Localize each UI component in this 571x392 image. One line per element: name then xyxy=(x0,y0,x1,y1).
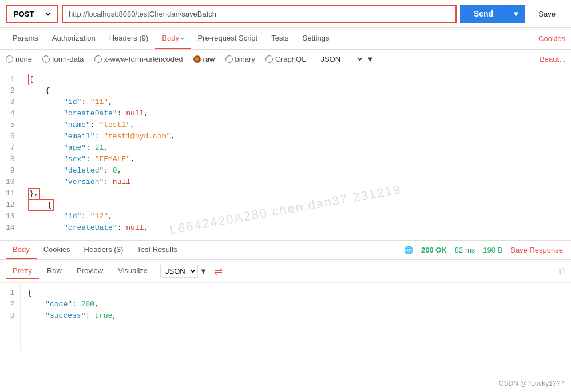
fmt-tab-visualize[interactable]: Visualize xyxy=(111,263,154,279)
body-type-binary[interactable]: binary xyxy=(225,55,255,63)
response-size: 190 B xyxy=(483,246,502,254)
code-content[interactable]: [ { "id": "11", "createDate": null, "nam… xyxy=(21,69,571,240)
url-input[interactable] xyxy=(63,6,455,22)
url-input-wrap xyxy=(62,5,457,23)
resp-tab-cookies[interactable]: Cookies xyxy=(37,241,77,259)
json-format-select[interactable]: JSON Text JavaScript HTML XML ▼ xyxy=(318,54,374,64)
code-line-9: "deleted": 0, xyxy=(28,165,564,177)
code-line-2: { xyxy=(28,85,564,97)
tab-pre-request-script[interactable]: Pre-request Script xyxy=(191,28,264,49)
format-dropdown-arrow: ▼ xyxy=(200,267,207,275)
code-line-8: "sex": "FEMALE", xyxy=(28,154,564,165)
code-line-3: "id": "11", xyxy=(28,97,564,108)
top-bar: POST GET PUT DELETE Send ▼ Save xyxy=(0,0,571,28)
tab-tests[interactable]: Tests xyxy=(264,28,295,49)
fmt-tab-pretty[interactable]: Pretty xyxy=(6,263,39,279)
tab-body[interactable]: Body ● xyxy=(155,28,191,49)
send-button[interactable]: Send xyxy=(460,5,507,23)
response-status-area: 🌐 200 OK 82 ms 190 B Save Response xyxy=(404,246,565,254)
resp-tab-body[interactable]: Body xyxy=(6,241,37,259)
code-line-4: "createDate": null, xyxy=(28,108,564,119)
tab-headers[interactable]: Headers (9) xyxy=(102,28,156,49)
cookies-link[interactable]: Cookies xyxy=(538,29,565,49)
code-line-11: }, xyxy=(28,188,564,199)
tab-settings[interactable]: Settings xyxy=(296,28,336,49)
response-line-numbers: 1 2 3 xyxy=(0,283,21,351)
resp-tab-headers[interactable]: Headers (3) xyxy=(77,241,130,259)
wrap-response-button[interactable]: ⇌ xyxy=(214,265,223,278)
response-format-row: Pretty Raw Preview Visualize JSON HTML T… xyxy=(0,260,571,283)
code-line-7: "age": 21, xyxy=(28,142,564,154)
body-type-urlencoded[interactable]: x-www-form-urlencoded xyxy=(94,55,183,63)
beautify-button[interactable]: Beaut... xyxy=(540,55,565,63)
response-format-select[interactable]: JSON HTML Text XML ▼ xyxy=(160,265,207,278)
code-line-10: "version": null xyxy=(28,177,564,188)
code-line-12: { xyxy=(28,199,564,211)
code-line-13: "id": "12", xyxy=(28,211,564,222)
response-format-dropdown[interactable]: JSON HTML Text XML xyxy=(160,265,198,278)
save-button[interactable]: Save xyxy=(529,6,565,22)
code-line-5: "name": "test1", xyxy=(28,119,564,131)
method-select[interactable]: POST GET PUT DELETE xyxy=(6,5,58,23)
fmt-tab-preview[interactable]: Preview xyxy=(70,263,110,279)
body-type-form-data[interactable]: form-data xyxy=(42,55,84,63)
fmt-tab-raw[interactable]: Raw xyxy=(40,263,69,279)
send-dropdown-button[interactable]: ▼ xyxy=(507,5,525,23)
resp-code-line-1: { xyxy=(27,287,564,299)
json-dropdown[interactable]: JSON Text JavaScript HTML XML xyxy=(318,54,364,64)
resp-code-line-2: "code": 200, xyxy=(27,299,564,310)
editor-area: 1 2 3 4 5 6 7 8 9 10 11 12 13 14 [ { "id… xyxy=(0,69,571,241)
resp-code-line-3: "success": true, xyxy=(27,310,564,322)
response-code-area: 1 2 3 { "code": 200, "success": true, xyxy=(0,283,571,351)
code-line-14: "createDate": null, xyxy=(28,222,564,234)
resp-tab-test-results[interactable]: Test Results xyxy=(130,241,184,259)
save-response-button[interactable]: Save Response xyxy=(510,246,563,254)
json-dropdown-arrow: ▼ xyxy=(366,55,374,63)
status-code: 200 OK xyxy=(421,246,447,254)
code-line-1: [ xyxy=(28,74,564,85)
globe-icon: 🌐 xyxy=(404,246,413,254)
response-time: 82 ms xyxy=(455,246,475,254)
tab-authorization[interactable]: Authorization xyxy=(45,28,102,49)
tab-params[interactable]: Params xyxy=(6,28,45,49)
footer-text: CSDN @?Lucky1??? xyxy=(499,379,564,387)
body-type-raw[interactable]: raw xyxy=(193,55,215,63)
copy-response-button[interactable]: ⧉ xyxy=(559,266,565,277)
code-line-6: "email": "test1@byd.com", xyxy=(28,131,564,142)
body-type-graphql[interactable]: GraphQL xyxy=(265,55,306,63)
body-type-none[interactable]: none xyxy=(6,55,32,63)
method-dropdown[interactable]: POST GET PUT DELETE xyxy=(11,9,53,19)
response-tabs-row: Body Cookies Headers (3) Test Results 🌐 … xyxy=(0,241,571,260)
body-options-row: none form-data x-www-form-urlencoded raw… xyxy=(0,50,571,69)
send-btn-wrap: Send ▼ xyxy=(460,5,525,23)
line-numbers: 1 2 3 4 5 6 7 8 9 10 11 12 13 14 xyxy=(0,69,21,240)
request-tabs-row: Params Authorization Headers (9) Body ● … xyxy=(0,28,571,50)
response-code-content[interactable]: { "code": 200, "success": true, xyxy=(21,283,571,351)
